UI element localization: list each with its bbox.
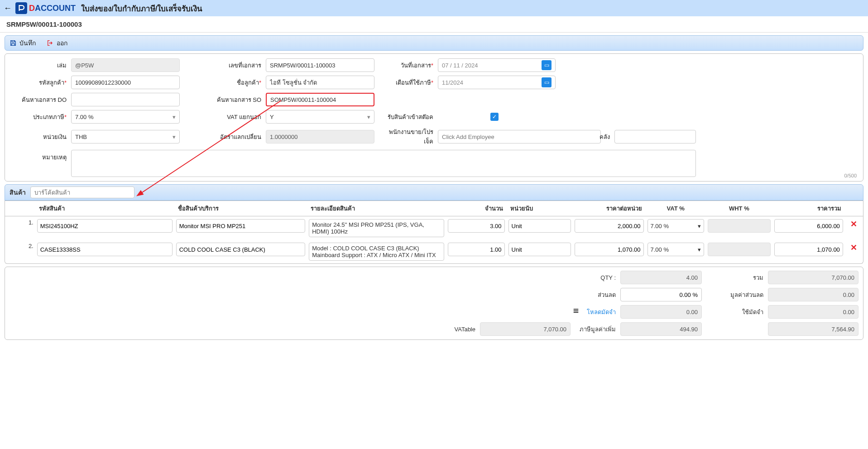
- period-value: 11/2024: [442, 79, 463, 86]
- warehouse-label: คลัง: [560, 132, 614, 142]
- save-icon: [10, 39, 17, 47]
- calendar-icon[interactable]: ▭: [542, 77, 551, 87]
- document-no: SRMP5W/00011-100003: [6, 20, 82, 28]
- col-vat: VAT %: [646, 201, 706, 216]
- cust-code-input[interactable]: [71, 76, 180, 89]
- delete-row-button[interactable]: ✕: [845, 240, 863, 263]
- delete-row-button[interactable]: ✕: [845, 216, 863, 240]
- book-input: [71, 58, 180, 72]
- item-unit-input[interactable]: [508, 219, 571, 233]
- recv-stock-checkbox[interactable]: ✓: [490, 113, 499, 121]
- save-label: บันทึก: [19, 38, 36, 48]
- form-panel: เล่ม เลขที่เอกสาร วันที่เอกสาร* 07 / 11 …: [5, 53, 863, 182]
- barcode-input[interactable]: [30, 186, 134, 198]
- qty-label: QTY :: [571, 274, 620, 281]
- so-search-label: ค้นหาเอกสาร SO: [189, 95, 266, 105]
- document-no-subheader: SRMP5W/00011-100003: [0, 16, 868, 33]
- item-unit-input[interactable]: [508, 243, 571, 256]
- currency-label: หน่วยเงิน: [8, 132, 71, 142]
- item-code-input[interactable]: [37, 243, 173, 256]
- so-search-input[interactable]: [266, 93, 374, 106]
- load-deposit-value: [620, 305, 702, 319]
- use-deposit-value: [768, 305, 858, 319]
- cust-name-input[interactable]: [266, 76, 374, 89]
- item-total-input[interactable]: [774, 243, 843, 256]
- discount-label: ส่วนลด: [571, 290, 620, 300]
- warehouse-input[interactable]: [614, 130, 696, 143]
- item-vat-select[interactable]: 7.00 %▾: [647, 243, 704, 256]
- items-title: สินค้า: [10, 187, 26, 197]
- sales-label: พนักงานขาย/โปรเจ็ค: [384, 127, 438, 146]
- svg-rect-3: [574, 312, 579, 313]
- app-logo-icon: [15, 2, 27, 14]
- vat-sep-select[interactable]: Y ▾: [266, 110, 374, 124]
- discount-amount-label: มูลค่าส่วนลด: [714, 290, 768, 300]
- exchange-label: อัตราแลกเปลี่ยน: [189, 132, 266, 142]
- chevron-down-icon: ▾: [698, 223, 701, 229]
- calendar-icon[interactable]: ▭: [542, 60, 551, 70]
- item-vat-select[interactable]: 7.00 %▾: [647, 219, 704, 233]
- cust-code-label: รหัสลูกค้า*: [8, 78, 71, 87]
- item-detail-input[interactable]: Model : COLD COOL CASE C3 (BLACK) Mainbo…: [309, 243, 444, 261]
- svg-rect-2: [574, 310, 579, 311]
- item-qty-input[interactable]: [448, 243, 504, 256]
- item-wht-input: [708, 243, 771, 256]
- vat-amount-value: [620, 322, 702, 336]
- discount-input[interactable]: [620, 288, 702, 301]
- doc-no-label: เลขที่เอกสาร: [189, 61, 266, 70]
- tax-type-select[interactable]: 7.00 % ▾: [71, 110, 180, 124]
- chevron-down-icon: ▾: [367, 114, 370, 120]
- exit-icon: [47, 39, 54, 47]
- vat-amount-label: ภาษีมูลค่าเพิ่ม: [571, 325, 620, 334]
- recv-stock-label: รับสินค้าเข้าสต๊อค: [384, 112, 438, 122]
- cust-name-label: ชื่อลูกค้า*: [189, 78, 266, 87]
- do-search-label: ค้นหาเอกสาร DO: [8, 95, 71, 105]
- doc-date-value: 07 / 11 / 2024: [442, 62, 478, 69]
- currency-select[interactable]: THB ▾: [71, 130, 180, 143]
- item-price-input[interactable]: [575, 219, 643, 233]
- action-toolbar: บันทึก ออก: [5, 35, 863, 51]
- item-code-input[interactable]: [37, 219, 173, 233]
- sum-value: [768, 271, 858, 284]
- items-table: รหัสสินค้า ชื่อสินค้า/บริการ รายละเอียดส…: [5, 201, 863, 263]
- doc-no-input[interactable]: [266, 58, 374, 72]
- table-row: 2.Model : COLD COOL CASE C3 (BLACK) Main…: [5, 240, 863, 263]
- exit-button[interactable]: ออก: [47, 38, 67, 48]
- item-name-input[interactable]: [176, 243, 306, 256]
- item-total-input[interactable]: [774, 219, 843, 233]
- doc-date-label: วันที่เอกสาร*: [384, 61, 438, 70]
- page-title: ใบส่งของ/ใบกำกับภาษี/ใบเสร็จรับเงิน: [81, 2, 202, 14]
- load-deposit-link[interactable]: โหลดมัดจำ: [571, 307, 620, 317]
- do-search-input[interactable]: [71, 93, 180, 106]
- vat-sep-value: Y: [270, 114, 274, 120]
- item-name-input[interactable]: [176, 219, 306, 233]
- vatable-label: VATable: [10, 326, 480, 333]
- remark-label: หมายเหตุ: [8, 150, 71, 162]
- item-price-input[interactable]: [575, 243, 643, 256]
- tax-type-label: ประเภทภาษี*: [8, 112, 71, 122]
- period-input[interactable]: 11/2024 ▭: [438, 76, 556, 89]
- item-qty-input[interactable]: [448, 219, 504, 233]
- back-button[interactable]: ←: [4, 4, 12, 13]
- col-qty: จำนวน: [446, 201, 506, 216]
- save-button[interactable]: บันทึก: [10, 38, 36, 48]
- col-unit: หน่วยนับ: [507, 201, 573, 216]
- currency-value: THB: [75, 134, 87, 140]
- table-row: 1.Monitor 24.5'' MSI PRO MP251 (IPS, VGA…: [5, 216, 863, 240]
- item-detail-input[interactable]: Monitor 24.5'' MSI PRO MP251 (IPS, VGA, …: [309, 219, 444, 237]
- col-wht: WHT %: [706, 201, 772, 216]
- remark-char-count: 0/500: [844, 173, 857, 178]
- use-deposit-label: ใช้มัดจำ: [714, 307, 768, 317]
- chevron-down-icon: ▾: [698, 246, 701, 253]
- row-no: 1.: [5, 216, 35, 240]
- sum-label: รวม: [714, 273, 768, 282]
- qty-value: [620, 271, 702, 284]
- grand-total-value: [768, 322, 858, 336]
- doc-date-input[interactable]: 07 / 11 / 2024 ▭: [438, 58, 556, 72]
- summary-panel: QTY : รวม ส่วนลด มูลค่าส่วนลด โหลดมัดจำ …: [5, 267, 863, 340]
- chevron-down-icon: ▾: [173, 114, 176, 120]
- tax-type-value: 7.00 %: [75, 114, 93, 120]
- col-total: ราคารวม: [772, 201, 845, 216]
- remark-input[interactable]: [71, 150, 696, 177]
- app-header: ← DACCOUNT ใบส่งของ/ใบกำกับภาษี/ใบเสร็จร…: [0, 0, 868, 16]
